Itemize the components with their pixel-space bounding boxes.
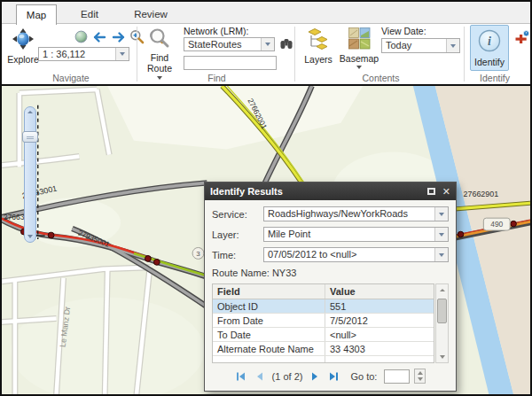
find-route-label-1: Find [151, 52, 168, 63]
find-route-icon [149, 27, 170, 52]
layer-combobox[interactable]: Mile Point [263, 227, 449, 242]
binoculars-icon [279, 37, 293, 50]
view-date-label: View Date: [381, 26, 426, 36]
group-label-contents: Contents [308, 73, 454, 83]
chevron-down-icon [439, 233, 444, 237]
spinner-down-icon [418, 377, 423, 381]
svg-text:i: i [488, 35, 491, 48]
table-row[interactable] [213, 356, 434, 363]
tab-review[interactable]: Review [126, 4, 176, 25]
service-dropdown-button[interactable] [434, 207, 448, 221]
service-value: RoadsHighways/NewYorkRoads [264, 207, 434, 221]
tab-edit[interactable]: Edit [69, 4, 110, 25]
view-date-combobox[interactable]: Today [381, 38, 460, 53]
identify-results-dialog: Identify Results ✕ Service: RoadsHighway… [204, 182, 457, 392]
network-lrm-combobox[interactable]: StateRoutes [184, 37, 275, 51]
basemap-label: Basemap [340, 53, 379, 64]
identify-icon: i [477, 28, 502, 57]
column-header-value[interactable]: Value [325, 284, 434, 299]
globe-icon [74, 30, 88, 43]
map-canvas[interactable]: 490 3 27663001 27663101 27935001 2766200… [2, 84, 530, 394]
service-combobox[interactable]: RoadsHighways/NewYorkRoads [263, 206, 449, 221]
map-scale-dropdown-button[interactable] [115, 48, 129, 60]
layer-label: Layer: [212, 229, 263, 240]
arrow-left-icon [91, 31, 107, 43]
table-row[interactable]: To Date <null> [213, 328, 434, 342]
group-label-identify: Identify [459, 73, 530, 83]
table-scrollbar[interactable] [435, 283, 449, 363]
arrow-right-icon [111, 31, 127, 43]
view-date-dropdown-button[interactable] [446, 39, 459, 52]
table-header-row: Field Value [213, 284, 434, 299]
svg-text:490: 490 [490, 220, 503, 229]
network-lrm-value: StateRoutes [184, 38, 261, 50]
table-row[interactable]: Object ID 551 [213, 299, 434, 314]
layer-value: Mile Point [264, 228, 434, 241]
dialog-title: Identify Results [210, 186, 420, 197]
previous-extent-button[interactable] [91, 31, 107, 47]
layers-button[interactable]: Layers [301, 27, 335, 65]
next-page-button[interactable] [309, 371, 321, 382]
route-shield-3: 3 [192, 247, 204, 259]
previous-page-button[interactable] [254, 371, 265, 382]
route-name-line: Route Name: NY33 [212, 268, 449, 278]
spinner-up-icon [418, 371, 423, 375]
column-header-field[interactable]: Field [213, 284, 325, 299]
scroll-down-button[interactable] [440, 352, 445, 362]
layer-dropdown-button[interactable] [434, 228, 448, 241]
group-divider [294, 27, 295, 82]
view-date-value: Today [382, 39, 446, 52]
search-network-button[interactable] [279, 37, 293, 54]
chevron-up-icon [27, 111, 33, 113]
pagination-bar: (1 of 2) Go to: [212, 369, 449, 384]
explore-label: Explore [7, 54, 39, 65]
time-combobox[interactable]: 07/05/2012 to <null> [263, 247, 449, 262]
scroll-up-button[interactable] [440, 284, 445, 295]
chevron-down-icon [27, 235, 33, 238]
page-indicator: (1 of 2) [272, 371, 303, 382]
ribbon-tabstrip: Map Edit Review [2, 2, 530, 24]
table-row[interactable]: Alternate Route Name 33 4303 [213, 342, 434, 356]
tab-map[interactable]: Map [16, 4, 57, 25]
dialog-titlebar[interactable]: Identify Results ✕ [205, 182, 456, 200]
route-input-field[interactable] [184, 56, 277, 70]
maximize-icon[interactable] [427, 188, 435, 195]
goto-spinner[interactable] [414, 369, 426, 384]
basemap-button[interactable]: Basemap [339, 27, 379, 69]
last-page-button[interactable] [328, 371, 340, 382]
chevron-down-icon [450, 44, 456, 48]
time-dropdown-button[interactable] [434, 248, 448, 261]
table-row[interactable]: From Date 7/5/2012 [213, 314, 434, 328]
zoom-slider-down-button[interactable] [25, 235, 35, 238]
identify-button[interactable]: i Identify [470, 25, 509, 71]
route-name-value: NY33 [272, 268, 297, 278]
identify-route-location-button[interactable] [513, 30, 530, 50]
dialog-body: Service: RoadsHighways/NewYorkRoads Laye… [205, 200, 456, 387]
chevron-down-icon [439, 213, 444, 216]
add-location-info-icon [513, 30, 530, 46]
attribute-table: Field Value Object ID 551 From Date 7/5/… [212, 283, 449, 363]
network-lrm-dropdown-button[interactable] [261, 38, 274, 50]
ribbon-body: Explore [2, 24, 530, 84]
chevron-down-icon [265, 43, 270, 46]
map-scale-combobox[interactable]: 1 : 36,112 [38, 47, 129, 61]
close-icon[interactable]: ✕ [442, 187, 450, 197]
zoom-slider-up-button[interactable] [25, 111, 35, 113]
scrollbar-thumb[interactable] [437, 299, 447, 323]
application-window: Map Edit Review [0, 0, 532, 396]
zoom-slider-thumb[interactable] [22, 131, 38, 143]
road-label: 27662901 [464, 190, 499, 198]
map-zoom-slider[interactable] [24, 106, 36, 243]
next-extent-button[interactable] [111, 31, 127, 47]
service-label: Service: [212, 209, 263, 220]
first-page-button[interactable] [235, 371, 246, 382]
chevron-down-icon [440, 355, 445, 359]
route-shield-490: 490 [483, 218, 510, 230]
layers-label: Layers [304, 54, 332, 65]
explore-button[interactable]: Explore [5, 27, 41, 65]
full-extent-button[interactable] [74, 30, 88, 47]
attribute-grid: Field Value Object ID 551 From Date 7/5/… [212, 283, 434, 363]
identify-label: Identify [474, 57, 505, 67]
basemap-icon [348, 27, 371, 53]
goto-page-input[interactable] [384, 369, 410, 384]
